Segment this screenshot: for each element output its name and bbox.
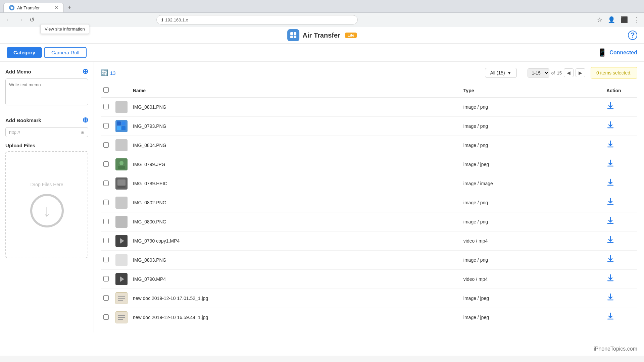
app-container: Air Transfer Lite ? Category Camera Roll… <box>0 27 644 356</box>
download-button[interactable] <box>606 312 614 322</box>
memo-textarea[interactable] <box>5 79 88 105</box>
file-thumbnail <box>115 254 128 266</box>
row-checkbox[interactable] <box>103 314 109 320</box>
profile-icon[interactable]: 👤 <box>606 15 616 25</box>
sidebar: Add Memo ⊕ Add Bookmark ⊕ http:// ⊞ Uplo… <box>0 62 94 332</box>
row-action-cell <box>604 270 637 289</box>
row-thumb-cell <box>113 97 130 117</box>
file-list-toolbar: 🔄 13 All (15) ▼ 1-15 of 15 ◀ <box>101 67 637 79</box>
row-name: IMG_0803.PNG <box>130 251 461 270</box>
add-memo-section: Add Memo ⊕ <box>5 67 88 76</box>
page-select[interactable]: 1-15 <box>528 68 549 77</box>
upload-section: Upload Files Drop Files Here ↓ <box>5 143 88 258</box>
browser-toolbar: ← → ↺ ℹ 192.168.1.x ☆ 👤 ⬛ ⋮ <box>0 13 644 27</box>
table-row: new doc 2019-12-10 17.01.52_1.jpgimage /… <box>101 289 637 308</box>
reload-button[interactable]: ↺ <box>28 15 37 25</box>
row-checkbox[interactable] <box>103 219 109 224</box>
row-checkbox-cell <box>101 270 113 289</box>
forward-button[interactable]: → <box>15 15 26 25</box>
browser-tab-close[interactable]: × <box>55 5 58 10</box>
row-checkbox[interactable] <box>103 200 109 205</box>
download-button[interactable] <box>606 140 614 150</box>
back-button[interactable]: ← <box>3 15 13 25</box>
table-row: new doc 2019-12-10 16.59.44_1.jpgimage /… <box>101 308 637 327</box>
header-thumb-col <box>113 84 130 97</box>
svg-rect-17 <box>116 197 127 208</box>
file-thumbnail <box>115 235 128 247</box>
row-checkbox[interactable] <box>103 257 109 262</box>
more-menu-icon[interactable]: ⋮ <box>632 15 641 25</box>
file-thumbnail <box>115 292 128 304</box>
browser-tab[interactable]: Air Transfer × <box>3 3 64 12</box>
row-checkbox-cell <box>101 289 113 308</box>
row-type: video / mp4 <box>461 231 604 251</box>
svg-rect-13 <box>118 166 125 169</box>
next-page-button[interactable]: ▶ <box>576 68 585 77</box>
file-thumbnail <box>115 139 128 151</box>
file-thumbnail <box>115 101 128 113</box>
download-button[interactable] <box>606 217 614 227</box>
extensions-icon[interactable]: ⬛ <box>619 15 629 25</box>
select-all-checkbox[interactable] <box>103 87 109 93</box>
row-checkbox[interactable] <box>103 123 109 128</box>
svg-rect-9 <box>121 126 126 130</box>
row-checkbox[interactable] <box>103 295 109 301</box>
download-button[interactable] <box>606 274 614 284</box>
row-checkbox-cell <box>101 193 113 212</box>
row-checkbox[interactable] <box>103 180 109 186</box>
table-row: IMG_0803.PNGimage / png <box>101 251 637 270</box>
row-name: IMG_0790.MP4 <box>130 270 461 289</box>
table-row: IMG_0793.PNGimage / png <box>101 117 637 136</box>
row-type: image / jpeg <box>461 155 604 174</box>
download-button[interactable] <box>606 198 614 208</box>
svg-rect-16 <box>117 186 126 188</box>
add-bookmark-section: Add Bookmark ⊕ <box>5 116 88 124</box>
row-name: IMG_0801.PNG <box>130 97 461 117</box>
row-checkbox[interactable] <box>103 276 109 281</box>
row-checkbox[interactable] <box>103 238 109 243</box>
download-button[interactable] <box>606 102 614 112</box>
star-icon[interactable]: ☆ <box>596 15 604 25</box>
table-row: IMG_0800.PNGimage / png <box>101 212 637 231</box>
download-button[interactable] <box>606 178 614 189</box>
download-icon: ↓ <box>43 202 51 220</box>
row-checkbox[interactable] <box>103 104 109 109</box>
svg-rect-3 <box>290 36 293 38</box>
add-memo-title: Add Memo <box>5 69 31 74</box>
download-button[interactable] <box>606 255 614 265</box>
download-button[interactable] <box>606 293 614 303</box>
svg-rect-5 <box>116 102 127 112</box>
row-checkbox[interactable] <box>103 142 109 148</box>
prev-page-button[interactable]: ◀ <box>564 68 574 77</box>
filter-dropdown[interactable]: All (15) ▼ <box>485 68 516 78</box>
upload-title: Upload Files <box>5 143 88 148</box>
connected-label: Connected <box>609 50 637 56</box>
browser-new-tab-button[interactable]: + <box>65 3 74 12</box>
upload-drop-zone[interactable]: Drop Files Here ↓ <box>5 151 88 258</box>
app-badge: Lite <box>345 33 357 38</box>
row-type: image / jpeg <box>461 308 604 327</box>
row-checkbox-cell <box>101 136 113 155</box>
refresh-button[interactable]: 🔄 13 <box>101 69 116 76</box>
table-row: IMG_0799.JPGimage / jpeg <box>101 155 637 174</box>
phone-icon: 📱 <box>598 48 607 57</box>
add-bookmark-button[interactable]: ⊕ <box>82 116 88 124</box>
row-thumb-cell <box>113 193 130 212</box>
download-button[interactable] <box>606 159 614 169</box>
camera-roll-tab[interactable]: Camera Roll <box>44 47 87 58</box>
address-text: 192.168.1.x <box>165 17 353 22</box>
download-button[interactable] <box>606 236 614 246</box>
row-checkbox-cell <box>101 117 113 136</box>
address-bar[interactable]: ℹ 192.168.1.x <box>156 15 358 24</box>
pagination-controls: 1-15 of 15 ◀ ▶ <box>528 68 585 77</box>
download-button[interactable] <box>606 121 614 131</box>
add-bookmark-title: Add Bookmark <box>5 117 41 123</box>
row-name: IMG_0793.PNG <box>130 117 461 136</box>
row-checkbox[interactable] <box>103 161 109 167</box>
help-button[interactable]: ? <box>628 31 637 40</box>
pagination-total: 15 <box>557 70 561 75</box>
add-memo-button[interactable]: ⊕ <box>82 67 88 76</box>
app-title: Air Transfer <box>303 32 340 39</box>
category-tab[interactable]: Category <box>7 47 42 58</box>
row-type: video / mp4 <box>461 270 604 289</box>
